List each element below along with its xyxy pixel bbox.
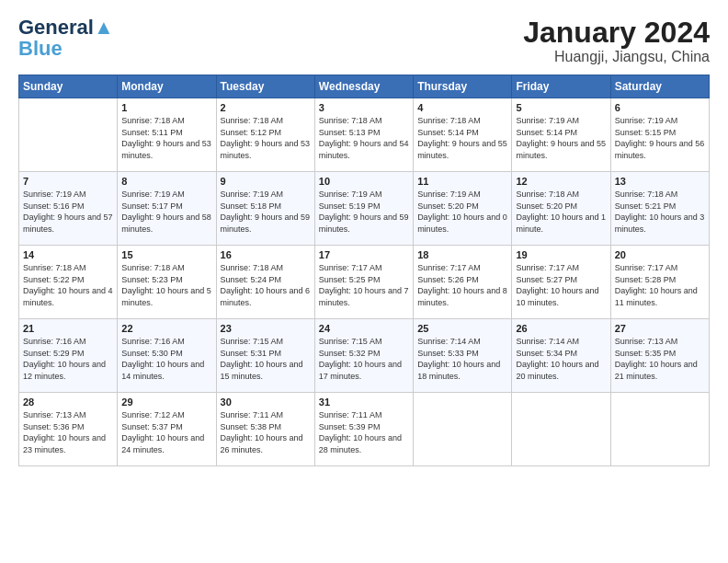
- calendar-cell: [512, 393, 610, 466]
- calendar-cell: 13 Sunrise: 7:18 AMSunset: 5:21 PMDaylig…: [610, 172, 709, 246]
- day-number: 13: [615, 176, 705, 187]
- calendar-week-row: 1 Sunrise: 7:18 AMSunset: 5:11 PMDayligh…: [19, 98, 710, 172]
- day-number: 29: [121, 396, 211, 408]
- day-number: 3: [319, 102, 409, 113]
- day-detail: Sunrise: 7:19 AMSunset: 5:17 PMDaylight:…: [121, 189, 211, 235]
- calendar-cell: [414, 393, 512, 466]
- day-detail: Sunrise: 7:18 AMSunset: 5:11 PMDaylight:…: [121, 115, 211, 161]
- day-detail: Sunrise: 7:11 AMSunset: 5:39 PMDaylight:…: [319, 409, 409, 455]
- day-detail: Sunrise: 7:17 AMSunset: 5:25 PMDaylight:…: [319, 262, 409, 308]
- calendar-cell: 23 Sunrise: 7:15 AMSunset: 5:31 PMDaylig…: [216, 319, 314, 393]
- day-number: 5: [516, 102, 606, 113]
- day-number: 18: [417, 249, 507, 260]
- day-detail: Sunrise: 7:19 AMSunset: 5:19 PMDaylight:…: [319, 189, 409, 235]
- calendar-week-row: 14 Sunrise: 7:18 AMSunset: 5:22 PMDaylig…: [19, 246, 710, 319]
- col-tuesday: Tuesday: [216, 75, 314, 98]
- day-number: 31: [319, 396, 409, 408]
- calendar-cell: 20 Sunrise: 7:17 AMSunset: 5:28 PMDaylig…: [610, 246, 709, 319]
- calendar-cell: 21 Sunrise: 7:16 AMSunset: 5:29 PMDaylig…: [19, 319, 118, 393]
- day-detail: Sunrise: 7:17 AMSunset: 5:27 PMDaylight:…: [516, 262, 606, 308]
- day-number: 20: [615, 249, 705, 260]
- logo-subtext: Blue: [18, 39, 63, 59]
- calendar-cell: 29 Sunrise: 7:12 AMSunset: 5:37 PMDaylig…: [118, 393, 216, 466]
- logo-text: General▲: [18, 17, 114, 39]
- day-number: 26: [516, 323, 606, 334]
- calendar-cell: 3 Sunrise: 7:18 AMSunset: 5:13 PMDayligh…: [314, 98, 413, 172]
- header-row: Sunday Monday Tuesday Wednesday Thursday…: [19, 75, 710, 98]
- day-detail: Sunrise: 7:14 AMSunset: 5:33 PMDaylight:…: [417, 336, 507, 382]
- day-number: 7: [23, 176, 113, 187]
- day-number: 28: [23, 396, 113, 408]
- day-detail: Sunrise: 7:12 AMSunset: 5:37 PMDaylight:…: [121, 409, 211, 455]
- day-detail: Sunrise: 7:19 AMSunset: 5:20 PMDaylight:…: [417, 189, 507, 235]
- day-detail: Sunrise: 7:17 AMSunset: 5:28 PMDaylight:…: [615, 262, 705, 308]
- day-number: 12: [516, 176, 606, 187]
- calendar-cell: 27 Sunrise: 7:13 AMSunset: 5:35 PMDaylig…: [610, 319, 709, 393]
- col-saturday: Saturday: [610, 75, 709, 98]
- day-number: 27: [615, 323, 705, 334]
- day-detail: Sunrise: 7:19 AMSunset: 5:15 PMDaylight:…: [615, 115, 705, 161]
- calendar-cell: 22 Sunrise: 7:16 AMSunset: 5:30 PMDaylig…: [118, 319, 216, 393]
- calendar-cell: 26 Sunrise: 7:14 AMSunset: 5:34 PMDaylig…: [512, 319, 610, 393]
- day-number: 8: [121, 176, 211, 187]
- calendar-cell: 1 Sunrise: 7:18 AMSunset: 5:11 PMDayligh…: [118, 98, 216, 172]
- day-detail: Sunrise: 7:15 AMSunset: 5:32 PMDaylight:…: [319, 336, 409, 382]
- calendar-cell: 24 Sunrise: 7:15 AMSunset: 5:32 PMDaylig…: [314, 319, 413, 393]
- calendar-cell: [610, 393, 709, 466]
- calendar-cell: 28 Sunrise: 7:13 AMSunset: 5:36 PMDaylig…: [19, 393, 118, 466]
- calendar-cell: 15 Sunrise: 7:18 AMSunset: 5:23 PMDaylig…: [118, 246, 216, 319]
- day-number: 21: [23, 323, 113, 334]
- day-detail: Sunrise: 7:18 AMSunset: 5:13 PMDaylight:…: [319, 115, 409, 161]
- day-detail: Sunrise: 7:18 AMSunset: 5:20 PMDaylight:…: [516, 189, 606, 235]
- calendar-cell: 18 Sunrise: 7:17 AMSunset: 5:26 PMDaylig…: [414, 246, 512, 319]
- calendar-cell: 11 Sunrise: 7:19 AMSunset: 5:20 PMDaylig…: [414, 172, 512, 246]
- calendar-cell: 8 Sunrise: 7:19 AMSunset: 5:17 PMDayligh…: [118, 172, 216, 246]
- calendar-cell: 30 Sunrise: 7:11 AMSunset: 5:38 PMDaylig…: [216, 393, 314, 466]
- col-sunday: Sunday: [19, 75, 118, 98]
- day-number: 15: [121, 249, 211, 260]
- day-number: 19: [516, 249, 606, 260]
- day-detail: Sunrise: 7:13 AMSunset: 5:36 PMDaylight:…: [23, 409, 113, 455]
- calendar-cell: 9 Sunrise: 7:19 AMSunset: 5:18 PMDayligh…: [216, 172, 314, 246]
- day-number: 4: [417, 102, 507, 113]
- day-number: 1: [121, 102, 211, 113]
- day-number: 9: [221, 176, 311, 187]
- calendar-cell: 12 Sunrise: 7:18 AMSunset: 5:20 PMDaylig…: [512, 172, 610, 246]
- day-detail: Sunrise: 7:19 AMSunset: 5:14 PMDaylight:…: [516, 115, 606, 161]
- day-number: 6: [615, 102, 705, 113]
- day-detail: Sunrise: 7:18 AMSunset: 5:14 PMDaylight:…: [417, 115, 507, 161]
- day-detail: Sunrise: 7:18 AMSunset: 5:22 PMDaylight:…: [23, 262, 113, 308]
- day-detail: Sunrise: 7:18 AMSunset: 5:12 PMDaylight:…: [221, 115, 311, 161]
- col-monday: Monday: [118, 75, 216, 98]
- day-number: 10: [319, 176, 409, 187]
- day-number: 2: [221, 102, 311, 113]
- calendar-week-row: 7 Sunrise: 7:19 AMSunset: 5:16 PMDayligh…: [19, 172, 710, 246]
- day-detail: Sunrise: 7:18 AMSunset: 5:23 PMDaylight:…: [121, 262, 211, 308]
- calendar-page: General▲ Blue January 2024 Huangji, Jian…: [0, 0, 728, 563]
- calendar-week-row: 28 Sunrise: 7:13 AMSunset: 5:36 PMDaylig…: [19, 393, 710, 466]
- col-friday: Friday: [512, 75, 610, 98]
- logo: General▲ Blue: [18, 17, 114, 59]
- col-thursday: Thursday: [414, 75, 512, 98]
- calendar-subtitle: Huangji, Jiangsu, China: [523, 49, 710, 65]
- calendar-cell: 31 Sunrise: 7:11 AMSunset: 5:39 PMDaylig…: [314, 393, 413, 466]
- calendar-cell: 10 Sunrise: 7:19 AMSunset: 5:19 PMDaylig…: [314, 172, 413, 246]
- col-wednesday: Wednesday: [314, 75, 413, 98]
- calendar-cell: 7 Sunrise: 7:19 AMSunset: 5:16 PMDayligh…: [19, 172, 118, 246]
- day-detail: Sunrise: 7:16 AMSunset: 5:30 PMDaylight:…: [121, 336, 211, 382]
- day-detail: Sunrise: 7:18 AMSunset: 5:21 PMDaylight:…: [615, 189, 705, 235]
- day-detail: Sunrise: 7:11 AMSunset: 5:38 PMDaylight:…: [221, 409, 311, 455]
- calendar-week-row: 21 Sunrise: 7:16 AMSunset: 5:29 PMDaylig…: [19, 319, 710, 393]
- day-number: 23: [221, 323, 311, 334]
- calendar-cell: 14 Sunrise: 7:18 AMSunset: 5:22 PMDaylig…: [19, 246, 118, 319]
- day-number: 22: [121, 323, 211, 334]
- calendar-table: Sunday Monday Tuesday Wednesday Thursday…: [18, 75, 710, 466]
- calendar-cell: 19 Sunrise: 7:17 AMSunset: 5:27 PMDaylig…: [512, 246, 610, 319]
- day-detail: Sunrise: 7:19 AMSunset: 5:18 PMDaylight:…: [221, 189, 311, 235]
- title-block: January 2024 Huangji, Jiangsu, China: [523, 17, 710, 65]
- calendar-cell: 2 Sunrise: 7:18 AMSunset: 5:12 PMDayligh…: [216, 98, 314, 172]
- calendar-cell: 17 Sunrise: 7:17 AMSunset: 5:25 PMDaylig…: [314, 246, 413, 319]
- calendar-cell: 6 Sunrise: 7:19 AMSunset: 5:15 PMDayligh…: [610, 98, 709, 172]
- day-number: 24: [319, 323, 409, 334]
- day-detail: Sunrise: 7:14 AMSunset: 5:34 PMDaylight:…: [516, 336, 606, 382]
